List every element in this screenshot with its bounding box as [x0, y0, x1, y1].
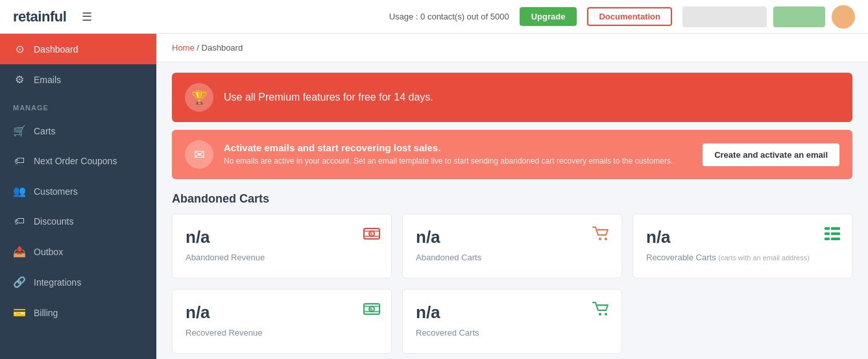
customers-icon: 👥 [13, 185, 26, 197]
sidebar-item-next-order-coupons[interactable]: 🏷 Next Order Coupons [0, 146, 156, 176]
svg-rect-8 [831, 227, 840, 230]
svg-rect-12 [831, 238, 840, 240]
breadcrumb-current: Dashboard [202, 43, 243, 53]
sidebar-item-customers[interactable]: 👥 Customers [0, 176, 156, 206]
integrations-icon: 🔗 [13, 276, 26, 288]
app-layout: ⊙ Dashboard ⚙ Emails MANAGE 🛒 Carts 🏷 Ne… [0, 34, 868, 359]
card-recovered-revenue: n/a Recovered Revenue $ [172, 289, 392, 354]
menu-icon[interactable]: ☰ [82, 10, 92, 24]
account-placeholder [682, 6, 767, 27]
abandoned-carts-value: n/a [416, 227, 609, 247]
list-icon [823, 225, 841, 247]
documentation-button[interactable]: Documentation [587, 7, 672, 26]
sidebar-item-discounts[interactable]: 🏷 Discounts [0, 206, 156, 236]
sidebar-label-discounts: Discounts [34, 216, 73, 227]
svg-text:$: $ [370, 306, 373, 312]
stats-grid: n/a Abandoned Revenue $ n/a Abandoned Ca… [156, 214, 868, 359]
sidebar-label-outbox: Outbox [34, 247, 63, 257]
breadcrumb-home[interactable]: Home [172, 43, 195, 53]
card-recoverable-carts: n/a Recoverable Carts (carts with an ema… [633, 214, 852, 279]
create-activate-button[interactable]: Create and activate an email [703, 143, 839, 166]
card-recovered-carts: n/a Recovered Carts [402, 289, 622, 354]
sidebar: ⊙ Dashboard ⚙ Emails MANAGE 🛒 Carts 🏷 Ne… [0, 34, 156, 359]
recoverable-carts-label: Recoverable Carts (carts with an email a… [646, 253, 839, 262]
sidebar-label-emails: Emails [34, 75, 61, 85]
app-logo: retainful [13, 8, 66, 25]
sidebar-item-emails[interactable]: ⚙ Emails [0, 64, 156, 95]
svg-rect-11 [825, 238, 830, 240]
breadcrumb: Home / Dashboard [156, 34, 868, 62]
carts-icon: 🛒 [13, 125, 26, 137]
card-abandoned-revenue: n/a Abandoned Revenue $ [172, 214, 392, 279]
coupons-icon: 🏷 [13, 155, 26, 167]
warning-banner-text: Activate emails and start recovering los… [224, 142, 692, 167]
upgrade-button[interactable]: Upgrade [520, 7, 577, 26]
email-icon: ✉ [185, 140, 213, 169]
sidebar-label-integrations: Integrations [34, 277, 81, 288]
sidebar-item-integrations[interactable]: 🔗 Integrations [0, 267, 156, 297]
sidebar-label-customers: Customers [34, 186, 78, 197]
sidebar-item-billing[interactable]: 💳 Billing [0, 297, 156, 328]
trophy-icon: 🏆 [185, 83, 213, 112]
warning-banner: ✉ Activate emails and start recovering l… [172, 130, 852, 179]
outbox-icon: 📤 [13, 245, 26, 258]
abandoned-carts-label: Abandoned Carts [416, 253, 609, 262]
recoverable-carts-value: n/a [646, 227, 839, 247]
abandoned-revenue-value: n/a [186, 227, 378, 247]
emails-icon: ⚙ [13, 73, 26, 86]
svg-text:$: $ [370, 231, 373, 237]
premium-banner-text: Use all Premium features for free for 14… [224, 92, 839, 103]
section-title: Abandoned Carts [156, 179, 868, 214]
topbar-right [682, 5, 855, 29]
svg-point-19 [605, 313, 607, 316]
sidebar-label-carts: Carts [34, 126, 55, 136]
svg-rect-10 [831, 232, 840, 235]
breadcrumb-separator: / [197, 43, 201, 53]
svg-rect-9 [825, 232, 830, 235]
dashboard-icon: ⊙ [13, 43, 26, 55]
money-icon: $ [363, 225, 381, 247]
sidebar-label-dashboard: Dashboard [34, 44, 78, 55]
usage-text: Usage : 0 contact(s) out of 5000 [389, 12, 509, 21]
recovered-carts-value: n/a [416, 303, 609, 323]
card-abandoned-carts: n/a Abandoned Carts [402, 214, 622, 279]
sidebar-label-billing: Billing [34, 308, 58, 318]
main-content: Home / Dashboard 🏆 Use all Premium featu… [156, 34, 868, 359]
sidebar-item-carts[interactable]: 🛒 Carts [0, 116, 156, 146]
user-avatar [832, 5, 855, 29]
topbar: retainful ☰ Usage : 0 contact(s) out of … [0, 0, 868, 34]
cart-green-icon [592, 300, 611, 322]
sidebar-item-dashboard[interactable]: ⊙ Dashboard [0, 34, 156, 64]
sidebar-item-outbox[interactable]: 📤 Outbox [0, 236, 156, 267]
abandoned-revenue-label: Abandoned Revenue [186, 253, 378, 262]
warning-banner-title: Activate emails and start recovering los… [224, 142, 692, 153]
money-green-icon: $ [363, 300, 381, 322]
premium-banner-message: Use all Premium features for free for 14… [224, 92, 433, 103]
svg-rect-7 [825, 227, 830, 230]
sidebar-label-next-order-coupons: Next Order Coupons [34, 156, 117, 166]
svg-point-18 [599, 313, 601, 316]
discounts-icon: 🏷 [13, 216, 26, 227]
svg-point-5 [599, 238, 601, 240]
cart-icon [592, 225, 611, 247]
billing-icon: 💳 [13, 306, 26, 319]
premium-banner: 🏆 Use all Premium features for free for … [172, 73, 852, 122]
recovered-revenue-value: n/a [186, 303, 378, 323]
sidebar-section-manage: MANAGE [0, 95, 156, 116]
recovered-carts-label: Recovered Carts [416, 328, 609, 338]
status-badge [773, 6, 825, 27]
svg-point-6 [605, 238, 607, 240]
recovered-revenue-label: Recovered Revenue [186, 328, 378, 338]
warning-banner-body: No emails are active in your account. Se… [224, 156, 692, 167]
